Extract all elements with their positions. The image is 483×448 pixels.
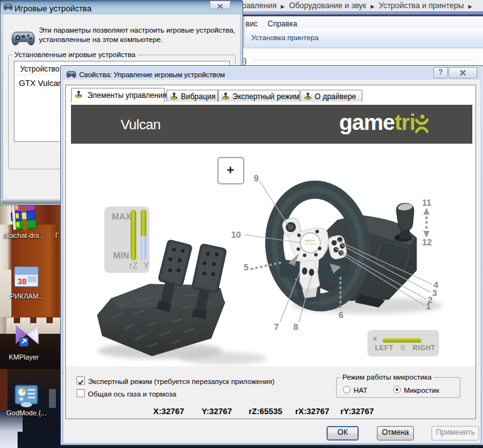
svg-text:3: 3 xyxy=(432,288,437,298)
svg-text:10: 10 xyxy=(231,230,241,240)
svg-text:8: 8 xyxy=(293,322,298,332)
svg-text:7: 7 xyxy=(274,322,279,332)
svg-text:11: 11 xyxy=(422,198,431,208)
svg-text:game: game xyxy=(305,238,315,242)
svg-text:5: 5 xyxy=(244,262,249,272)
svg-text:9: 9 xyxy=(254,173,259,183)
svg-text:38: 38 xyxy=(18,277,26,286)
svg-text:12: 12 xyxy=(422,237,432,247)
svg-text:6: 6 xyxy=(339,310,344,320)
svg-text:1: 1 xyxy=(426,301,431,311)
